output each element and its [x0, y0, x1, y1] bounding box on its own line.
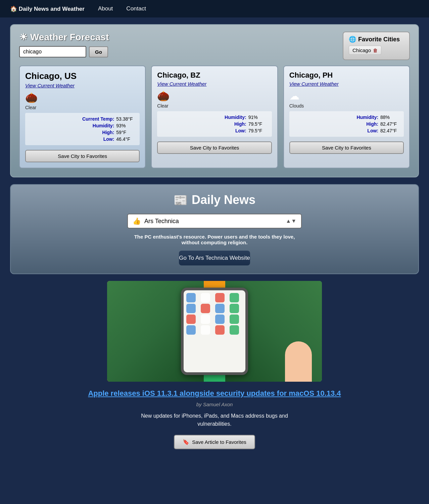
- weather-stats-2: Humidity: 88% High: 82.47°F Low: 82.47°F: [289, 111, 404, 137]
- favorites-title: 🌐 Favorite Cities: [349, 36, 404, 43]
- favorites-box: 🌐 Favorite Cities Chicago 🗑: [343, 32, 410, 60]
- stat-row: Low: 82.47°F: [293, 127, 400, 134]
- nav-home[interactable]: 🏠 Daily News and Weather: [7, 3, 88, 15]
- dropdown-arrow-icon: ▲▼: [286, 218, 296, 224]
- stat-value: 79.5°F: [248, 121, 269, 127]
- nav-about[interactable]: About: [95, 3, 116, 15]
- save-city-button-0[interactable]: Save City to Favorites: [25, 150, 140, 162]
- news-title: 📰 Daily News: [19, 193, 410, 207]
- stat-value: 91%: [248, 115, 269, 120]
- navbar: 🏠 Daily News and Weather About Contact: [0, 0, 429, 17]
- stat-value: 88%: [380, 115, 400, 120]
- stat-label: Humidity:: [81, 123, 114, 128]
- stat-row: High: 59°F: [29, 129, 136, 136]
- hand-image: [285, 341, 312, 382]
- stat-label: High:: [345, 121, 378, 127]
- ipad-screen: [184, 290, 245, 372]
- stat-row: Humidity: 88%: [293, 114, 400, 121]
- city-cards: Chicago, US View Current Weather 🌰 Clear…: [19, 66, 410, 168]
- source-description: The PC enthusiast's resource. Power user…: [127, 234, 302, 245]
- condition-label-2: Clouds: [289, 103, 404, 109]
- stat-row: Current Temp: 53.38°F: [29, 116, 136, 122]
- city-name-1: Chicago, BZ: [157, 71, 272, 80]
- stat-value: 82.47°F: [380, 128, 400, 133]
- search-input[interactable]: [19, 46, 86, 57]
- weather-stats-1: Humidity: 91% High: 79.5°F Low: 79.5°F: [157, 111, 272, 137]
- favorites-title-text: Favorite Cities: [358, 36, 400, 43]
- city-name-2: Chicago, PH: [289, 71, 404, 80]
- weather-section: ☀ Weather Forecast Go 🌐 Favorite Cities …: [10, 24, 419, 177]
- article-section: Apple releases iOS 11.3.1 alongside secu…: [0, 281, 429, 459]
- weather-icon-2: ☁: [289, 90, 404, 102]
- stat-row: Low: 46.4°F: [29, 136, 136, 142]
- stat-value: 53.38°F: [116, 116, 136, 122]
- news-title-text: Daily News: [192, 193, 255, 207]
- view-weather-link-1[interactable]: View Current Weather: [157, 81, 206, 87]
- save-city-button-2[interactable]: Save City to Favorites: [289, 141, 404, 154]
- source-thumb-icon: 👍: [133, 217, 141, 225]
- news-section: 📰 Daily News 👍 Ars Technica ▲▼ The PC en…: [10, 184, 419, 274]
- weather-header: ☀ Weather Forecast Go 🌐 Favorite Cities …: [19, 32, 410, 60]
- stat-label: Humidity:: [345, 115, 378, 120]
- stat-value: 82.47°F: [380, 121, 400, 127]
- city-card-0: Chicago, US View Current Weather 🌰 Clear…: [19, 66, 146, 168]
- stat-value: 93%: [116, 123, 136, 128]
- search-go-button[interactable]: Go: [89, 46, 108, 57]
- nav-contact[interactable]: Contact: [123, 3, 149, 15]
- weather-stats-0: Current Temp: 53.38°F Humidity: 93% High…: [25, 113, 140, 145]
- view-weather-link-2[interactable]: View Current Weather: [289, 81, 339, 87]
- stat-label: Low:: [81, 136, 114, 142]
- bookmark-icon: 🔖: [183, 439, 189, 445]
- stat-value: 59°F: [116, 130, 136, 135]
- article-description: New updates for iPhones, iPads, and Macs…: [124, 412, 305, 428]
- article-image: [107, 281, 322, 382]
- delete-city-icon[interactable]: 🗑: [373, 48, 378, 53]
- stat-row: Humidity: 93%: [29, 122, 136, 129]
- article-author: by Samuel Axon: [10, 402, 419, 407]
- save-article-label: Save Article to Favorites: [192, 439, 246, 445]
- favorite-city-name: Chicago: [352, 47, 371, 53]
- weather-title-area: ☀ Weather Forecast Go: [19, 32, 109, 57]
- stat-label: Low:: [345, 128, 378, 133]
- save-city-button-1[interactable]: Save City to Favorites: [157, 141, 272, 154]
- view-weather-link-0[interactable]: View Current Weather: [25, 83, 75, 88]
- stat-label: High:: [81, 130, 114, 135]
- article-ipad-mockup: [181, 288, 248, 375]
- condition-label-1: Clear: [157, 103, 272, 109]
- stat-row: High: 82.47°F: [293, 121, 400, 127]
- weather-icon-1: 🌰: [157, 90, 272, 102]
- sun-icon: ☀: [19, 32, 28, 43]
- favorite-city-tag: Chicago 🗑: [349, 46, 381, 55]
- save-article-button[interactable]: 🔖 Save Article to Favorites: [174, 435, 255, 449]
- source-selector[interactable]: 👍 Ars Technica ▲▼: [127, 214, 302, 228]
- stat-value: 46.4°F: [116, 136, 136, 142]
- stat-label: Humidity:: [213, 115, 246, 120]
- stat-value: 79.5°F: [248, 128, 269, 133]
- stat-row: High: 79.5°F: [160, 121, 268, 127]
- stat-label: High:: [213, 121, 246, 127]
- weather-icon-0: 🌰: [25, 92, 140, 103]
- weather-title: ☀ Weather Forecast: [19, 32, 109, 43]
- visit-source-button[interactable]: Go To Ars Technica Website: [179, 251, 250, 265]
- city-name-0: Chicago, US: [25, 71, 140, 81]
- city-card-2: Chicago, PH View Current Weather ☁ Cloud…: [283, 66, 410, 168]
- article-title[interactable]: Apple releases iOS 11.3.1 alongside secu…: [10, 388, 419, 399]
- stat-row: Low: 79.5°F: [160, 127, 268, 134]
- newspaper-icon: 📰: [174, 193, 188, 207]
- globe-icon: 🌐: [349, 36, 356, 43]
- weather-title-text: Weather Forecast: [30, 32, 109, 43]
- stat-label: Low:: [213, 128, 246, 133]
- stat-row: Humidity: 91%: [160, 114, 268, 121]
- search-row: Go: [19, 46, 109, 57]
- source-name: Ars Technica: [144, 218, 282, 225]
- stat-label: Current Temp:: [81, 116, 114, 122]
- city-card-1: Chicago, BZ View Current Weather 🌰 Clear…: [151, 66, 278, 168]
- condition-label-0: Clear: [25, 105, 140, 110]
